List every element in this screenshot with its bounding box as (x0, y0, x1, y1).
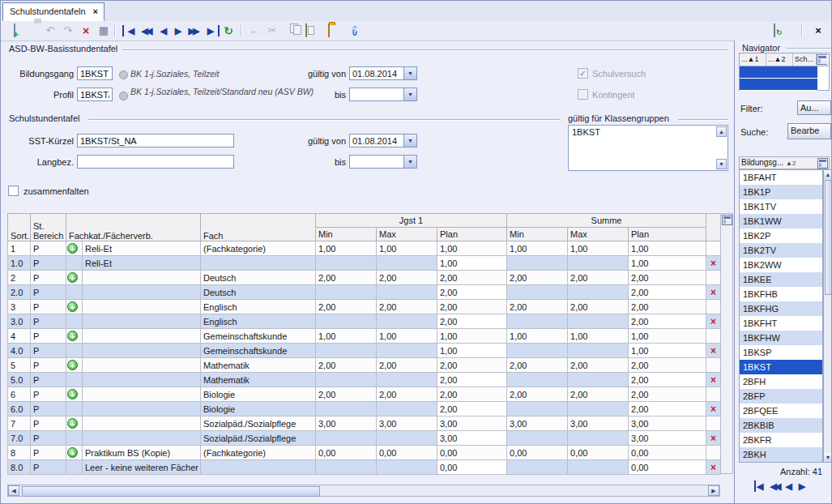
cell-jgst1-plan[interactable]: 2,00 (437, 314, 507, 329)
cell-summe-plan[interactable]: 2,00 (629, 300, 706, 314)
cell-summe-plan[interactable]: 1,00 (629, 344, 706, 358)
nav-list-item[interactable]: 2BKBIB (740, 418, 822, 433)
add-subject-icon[interactable]: + (67, 418, 78, 429)
cell-summe-plan[interactable]: 2,00 (629, 271, 706, 285)
cell-jgst1-max[interactable]: 2,00 (377, 358, 437, 373)
cell-jgst1-plan[interactable]: 2,00 (437, 358, 507, 373)
langbez-input[interactable] (77, 155, 234, 169)
nav-list-item[interactable]: 2BKFR (740, 433, 822, 447)
add-subject-icon[interactable]: + (67, 331, 78, 341)
cell-jgst1-plan[interactable]: 0,00 (437, 446, 507, 460)
bildungsgang-field[interactable] (77, 66, 113, 80)
nav-first-button[interactable]: ◀ (754, 481, 763, 492)
cell-jgst1-plan[interactable]: 2,00 (437, 402, 507, 416)
nav-list-item[interactable]: 1BK2WW (740, 258, 822, 272)
nav-list-item[interactable]: 2BFH (740, 374, 822, 389)
cell-summe-min[interactable]: 2,00 (507, 300, 568, 314)
add-subject-icon[interactable]: + (67, 360, 78, 370)
cell-jgst1-plan[interactable]: 2,00 (437, 387, 507, 402)
cell-jgst1-plan[interactable]: 1,00 (437, 241, 507, 256)
delete-row-icon[interactable]: × (710, 345, 716, 357)
cell-jgst1-min[interactable]: 3,00 (316, 416, 377, 431)
delete-row-icon[interactable]: × (710, 316, 716, 327)
folder-icon[interactable] (322, 23, 336, 38)
profil-field[interactable] (77, 88, 113, 101)
cell-jgst1-min[interactable]: 1,00 (316, 329, 377, 344)
record-forward-icon[interactable]: ▶▶ (186, 23, 200, 38)
nav-list-item[interactable]: 1BKEE (740, 272, 822, 287)
cell-summe-plan[interactable]: 2,00 (629, 373, 706, 387)
cell-summe-min[interactable]: 2,00 (507, 271, 568, 285)
nav-rewind-button[interactable]: ◀◀ (770, 481, 779, 492)
refresh-icon[interactable]: ↻ (221, 23, 236, 38)
cell-jgst1-plan[interactable]: 1,00 (437, 329, 507, 344)
navigator-grid-col3[interactable]: Sch... (793, 53, 817, 66)
cell-summe-plan[interactable]: 2,00 (629, 285, 706, 300)
delete-row-icon[interactable]: × (710, 374, 716, 386)
add-subject-icon[interactable]: + (67, 301, 78, 312)
cell-summe-plan[interactable]: 1,00 (629, 329, 706, 344)
cell-jgst1-plan[interactable]: 2,00 (437, 373, 507, 387)
cell-summe-plan[interactable]: 0,00 (629, 446, 706, 460)
cell-summe-max[interactable]: 0,00 (568, 446, 629, 460)
navigator-grid-col2[interactable]: ...▲2 (766, 53, 793, 66)
cell-summe-max[interactable]: 1,00 (568, 241, 629, 256)
add-subject-icon[interactable]: + (67, 272, 78, 283)
cell-summe-plan[interactable]: 2,00 (629, 314, 706, 329)
add-subject-icon[interactable]: + (67, 389, 78, 399)
col-header-st-bereich[interactable]: St. Bereich (31, 214, 66, 241)
scrollbar-thumb[interactable] (825, 180, 832, 295)
cell-jgst1-max[interactable]: 3,00 (377, 416, 437, 431)
cell-jgst1-min[interactable]: 1,00 (316, 241, 377, 256)
nav-previous-button[interactable]: ◀ (785, 481, 791, 492)
cell-jgst1-max[interactable]: 1,00 (377, 241, 437, 256)
cell-jgst1-max[interactable]: 2,00 (377, 271, 437, 285)
cell-jgst1-max[interactable]: 2,00 (377, 387, 437, 402)
cell-summe-plan[interactable]: 2,00 (629, 358, 706, 373)
col-header-summe-min[interactable]: Min (507, 228, 568, 241)
chevron-down-icon[interactable]: ▼ (403, 156, 416, 168)
nav-list-item[interactable]: 1BKFHT (740, 316, 822, 331)
cell-jgst1-min[interactable]: 2,00 (316, 271, 377, 285)
tab-schulstundentafeln[interactable]: Schulstundentafeln× (2, 2, 105, 21)
close-view-icon[interactable]: × (811, 23, 826, 38)
cell-jgst1-plan[interactable]: 2,00 (437, 285, 507, 300)
nav-list-header[interactable]: Bildungsg... ▲2 (739, 156, 830, 169)
filter-button[interactable]: Au... (797, 100, 831, 115)
col-header-sort[interactable]: Sort. (8, 214, 31, 241)
cell-summe-plan[interactable]: 3,00 (629, 416, 706, 431)
delete-row-icon[interactable]: × (710, 433, 716, 444)
record-rewind-icon[interactable]: ◀◀ (139, 23, 153, 38)
help-icon[interactable]: ? (348, 23, 362, 38)
search-button[interactable]: Bearbe (787, 123, 831, 139)
navigator-grid[interactable]: ...▲1 ...▲2 Sch... (739, 53, 830, 91)
navigator-selection-row[interactable] (740, 66, 817, 79)
scrollbar-thumb[interactable] (22, 486, 320, 497)
tab-close-icon[interactable]: × (93, 6, 98, 16)
cell-jgst1-max[interactable]: 0,00 (377, 446, 437, 460)
nav-list-item[interactable]: 1BKFHW (740, 331, 822, 345)
klassengruppen-listbox[interactable]: 1BKST ▲ ▼ (568, 125, 728, 171)
cell-summe-min[interactable]: 2,00 (507, 387, 568, 402)
cell-jgst1-min[interactable]: 2,00 (316, 358, 377, 373)
nav-list-item[interactable]: 1BKFHB (740, 287, 822, 301)
cell-jgst1-plan[interactable]: 3,00 (437, 431, 507, 446)
cell-summe-plan[interactable]: 2,00 (629, 402, 706, 416)
cell-summe-max[interactable]: 1,00 (568, 329, 629, 344)
nav-list-item[interactable]: 2BFP (740, 389, 822, 404)
delete-row-icon[interactable]: × (710, 287, 716, 298)
cell-summe-plan[interactable]: 1,00 (629, 241, 706, 256)
nav-list-item[interactable]: 2BFQEE (740, 404, 822, 418)
nav-list-item[interactable]: 2BKH (740, 447, 822, 462)
nav-list-item[interactable]: 1BK1WW (740, 214, 822, 229)
cell-summe-plan[interactable]: 0,00 (629, 460, 706, 475)
cell-summe-min[interactable]: 3,00 (507, 416, 568, 431)
col-header-fachkat[interactable]: Fachkat./Fächerverb. (66, 214, 201, 241)
nav-list-item[interactable]: 1BK2TV (740, 243, 822, 258)
cell-jgst1-plan[interactable]: 2,00 (437, 271, 507, 285)
cell-jgst1-plan[interactable]: 1,00 (437, 344, 507, 358)
grid-config-icon[interactable] (722, 215, 732, 225)
nav-list-item[interactable]: 1BK1P (740, 185, 822, 199)
col-header-jgst1-plan[interactable]: Plan (437, 228, 507, 241)
chevron-down-icon[interactable]: ▼ (403, 67, 416, 79)
